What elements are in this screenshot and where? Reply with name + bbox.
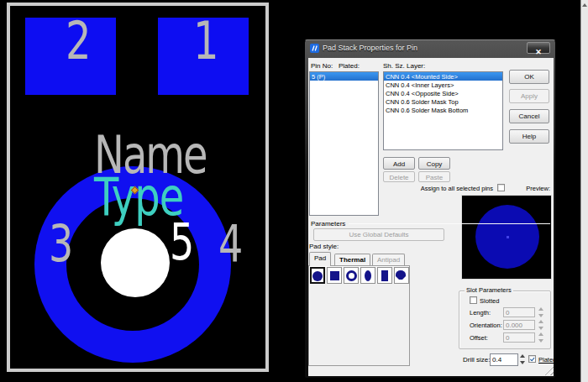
- dialog-title: Pad Stack Properties for Pin: [323, 44, 417, 52]
- app-icon: [310, 44, 319, 53]
- pad-1-number: 1: [193, 12, 219, 70]
- layer-list-item[interactable]: CNN 0.6 Solder Mask Top: [384, 97, 502, 106]
- pad-stack-properties-dialog: Pad Stack Properties for Pin ✕ Pin No: P…: [304, 39, 556, 379]
- pad-style-label: Pad style:: [309, 243, 339, 250]
- drill-size-input[interactable]: [490, 353, 518, 366]
- orientation-input: [503, 320, 535, 330]
- delete-button[interactable]: Delete: [383, 171, 415, 182]
- add-button[interactable]: Add: [383, 157, 415, 170]
- copy-button[interactable]: Copy: [418, 157, 450, 170]
- pin-no-header: Pin No:: [311, 62, 333, 70]
- ok-button[interactable]: OK: [509, 70, 549, 84]
- spinner-up-icon: [538, 320, 543, 323]
- pad-shape-square-button[interactable]: [327, 267, 342, 284]
- oval-shape-icon: [365, 270, 371, 281]
- spinner-up-icon[interactable]: [520, 354, 525, 358]
- pad-shape-annular-button[interactable]: [344, 267, 359, 284]
- pad-5-drill-hole[interactable]: [101, 228, 170, 297]
- layer-list[interactable]: CNN 0.4 <Mounted Side> CNN 0.4 <Inner La…: [383, 71, 503, 150]
- paste-button[interactable]: Paste: [418, 171, 450, 182]
- pad-preview: [461, 195, 552, 280]
- slotted-checkbox[interactable]: [470, 296, 477, 304]
- parameters-label: Parameters: [311, 220, 345, 228]
- spinner-up-icon: [538, 307, 543, 311]
- pin-list[interactable]: 5 (P): [309, 71, 379, 216]
- close-icon: ✕: [535, 48, 542, 56]
- offset-spinner: [538, 332, 544, 343]
- assign-label: Assign to all selected pins: [392, 185, 493, 192]
- length-spinner: [538, 306, 544, 318]
- preview-label: Preview:: [510, 185, 550, 192]
- spinner-down-icon: [538, 327, 543, 330]
- slot-parameters-label: Slot Parameters: [465, 286, 513, 294]
- odd-shape-icon: [395, 269, 407, 281]
- cancel-button[interactable]: Cancel: [509, 109, 549, 123]
- pad-3-number: 3: [49, 217, 73, 272]
- drill-size-spinner[interactable]: [520, 353, 526, 365]
- spinner-up-icon: [538, 332, 543, 336]
- layer-list-item[interactable]: CNN 0.4 <Mounted Side>: [384, 72, 502, 81]
- plated-checkbox[interactable]: [528, 355, 536, 363]
- assign-checkbox[interactable]: [497, 184, 505, 191]
- tab-antipad[interactable]: Antipad: [372, 254, 405, 266]
- layer-list-item[interactable]: CNN 0.4 <Opposite Side>: [384, 89, 502, 97]
- drill-size-label: Drill size:: [463, 356, 490, 364]
- layer-list-item[interactable]: CNN 0.6 Solder Mask Bottom: [384, 106, 502, 114]
- rect-shape-icon: [381, 270, 388, 281]
- length-input: [503, 307, 535, 317]
- dialog-client-area: Pin No: Plated: Sh. Sz. Layer: 5 (P) CNN…: [308, 58, 554, 376]
- layer-header: Sh. Sz. Layer:: [383, 62, 425, 70]
- donut-shape-icon: [346, 270, 357, 281]
- pin-list-item[interactable]: 5 (P): [310, 72, 378, 81]
- spinner-down-icon: [538, 339, 543, 343]
- tab-pad[interactable]: Pad: [309, 252, 331, 266]
- offset-input: [503, 332, 535, 343]
- layer-list-item[interactable]: CNN 0.4 <Inner Layers>: [384, 81, 502, 89]
- use-global-defaults-button[interactable]: Use Global Defaults: [313, 228, 444, 241]
- tab-thermal[interactable]: Thermal: [334, 254, 370, 266]
- help-button[interactable]: Help: [509, 129, 549, 144]
- offset-label: Offset:: [470, 334, 488, 342]
- orientation-label: Orientation:: [470, 322, 502, 329]
- pad-4-number: 4: [218, 217, 243, 272]
- plated-header: Plated:: [339, 62, 360, 70]
- dialog-titlebar[interactable]: Pad Stack Properties for Pin ✕: [305, 40, 555, 56]
- pad-5-number: 5: [170, 215, 194, 270]
- pad-shape-odd-button[interactable]: [394, 267, 409, 284]
- scrollbar-up-icon[interactable]: [582, 3, 587, 7]
- close-button[interactable]: ✕: [527, 42, 550, 54]
- length-label: Length:: [470, 309, 491, 317]
- pad-shape-circle-button[interactable]: [310, 267, 325, 284]
- circle-shape-icon: [312, 271, 323, 281]
- apply-button[interactable]: Apply: [509, 89, 549, 103]
- preview-center-dot: [507, 236, 509, 238]
- plated-label: Plated: [538, 356, 556, 364]
- pad-shape-oval-button[interactable]: [360, 267, 375, 284]
- slotted-label: Slotted: [480, 297, 499, 305]
- resize-grip[interactable]: [544, 366, 554, 375]
- orientation-spinner: [538, 319, 544, 331]
- square-shape-icon: [330, 271, 339, 280]
- check-icon: [530, 356, 534, 360]
- pads-application-screen: 2 1 Name Type 3 5 4 Pad Stack Properties…: [0, 0, 588, 382]
- pad-shape-rectangle-button[interactable]: [377, 267, 392, 284]
- pad-2-number: 2: [66, 12, 92, 70]
- parameters-divider: [349, 223, 550, 224]
- vertical-scrollbar[interactable]: [580, 0, 588, 382]
- spinner-down-icon[interactable]: [520, 361, 525, 364]
- spinner-down-icon: [538, 314, 543, 317]
